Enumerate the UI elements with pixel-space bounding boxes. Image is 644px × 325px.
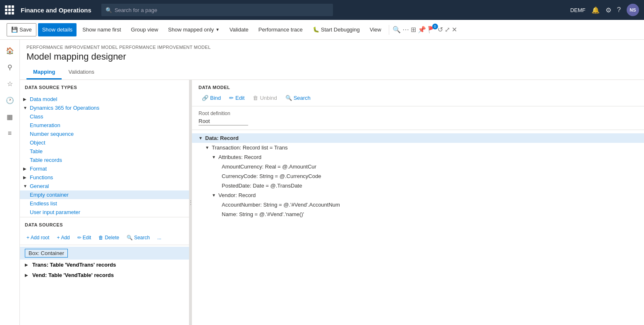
user-environment: DEMF [570, 7, 586, 13]
global-search-input[interactable] [115, 7, 329, 13]
dm-search-button[interactable]: 🔍 Search [282, 93, 314, 103]
dm-item-vendor[interactable]: ▼ Vendor: Record [192, 190, 644, 200]
data-model-toolbar: 🔗 Bind ✏ Edit 🗑 Unbind 🔍 [199, 93, 637, 103]
dm-item-currency-code[interactable]: CurrencyCode: String = @.CurrencyCode [192, 171, 644, 181]
tree-item-endless-list[interactable]: Endless list [20, 199, 189, 208]
tab-mapping[interactable]: Mapping [26, 65, 62, 79]
search-icon: 🔍 [285, 95, 292, 101]
dm-item-label: Transaction: Record list = Trans [212, 144, 287, 151]
dm-item-attributes[interactable]: ▼ Attributes: Record [192, 152, 644, 162]
toolbar-more-icon[interactable]: ⋯ [402, 26, 409, 34]
box-container-label: Box: Container [25, 249, 68, 258]
save-button[interactable]: 💾 Save [7, 23, 36, 36]
tree-item-general[interactable]: ▼ General [20, 182, 189, 190]
tree-item-label: Object [30, 140, 45, 146]
root-definition-label: Root definition [199, 111, 637, 116]
expand-icon: ▶ [25, 262, 30, 267]
tree-item-number-sequence[interactable]: Number sequence [20, 130, 189, 138]
dm-item-label: AmountCurrency: Real = @.AmountCur [222, 164, 316, 170]
show-details-button[interactable]: Show details [38, 23, 77, 36]
breadcrumb: PERFORMANCE IMPROVEMENT MODEL PERFORMANC… [26, 45, 637, 50]
unbind-button[interactable]: 🗑 Unbind [249, 93, 280, 103]
ds-item-trans[interactable]: ▶ Trans: Table 'VendTrans' records [20, 260, 189, 270]
sidebar-list-icon[interactable]: ≡ [2, 126, 17, 141]
add-root-button[interactable]: + Add root [23, 233, 53, 242]
sidebar-table-icon[interactable]: ▦ [2, 109, 17, 124]
sidebar-home-icon[interactable]: 🏠 [2, 43, 17, 58]
tree-item-class[interactable]: Class [20, 112, 189, 121]
unbind-icon: 🗑 [253, 95, 258, 101]
dm-item-name[interactable]: Name: String = @.'#Vend'.'name()' [192, 209, 644, 219]
dm-edit-button[interactable]: ✏ Edit [226, 93, 248, 103]
show-name-first-button[interactable]: Show name first [78, 23, 125, 36]
notifications-icon[interactable]: 🔔 [591, 6, 600, 14]
tree-item-label: Endless list [30, 200, 57, 207]
view-button[interactable]: View [366, 23, 385, 36]
settings-icon[interactable]: ⚙ [606, 6, 611, 14]
ds-item-box[interactable]: Box: Container [20, 247, 189, 260]
tree-item-label: Data model [30, 96, 57, 102]
toolbar-close-icon[interactable]: ✕ [452, 26, 457, 34]
tree-item-label: User input parameter [30, 209, 80, 215]
search-icon: 🔍 [127, 235, 133, 241]
toolbar-expand-icon[interactable]: ⤢ [445, 26, 450, 34]
tree-item-table[interactable]: Table [20, 147, 189, 156]
tree-item-label: Table records [30, 157, 62, 163]
tree-item-format[interactable]: ▶ Format [20, 164, 189, 173]
delete-button[interactable]: 🗑 Delete [95, 233, 122, 242]
toolbar-refresh-icon[interactable]: ↺ [438, 26, 443, 34]
app-launcher-icon[interactable] [5, 5, 14, 14]
global-search-bar[interactable]: 🔍 [101, 4, 333, 16]
edit-button[interactable]: ✏ Edit [74, 233, 95, 242]
chevron-down-icon: ▼ [215, 27, 220, 32]
tree-item-functions[interactable]: ▶ Functions [20, 173, 189, 182]
expand-icon: ▶ [25, 273, 30, 277]
toolbar-pin-icon[interactable]: 📌 [418, 26, 426, 34]
data-source-types-title: DATA SOURCE TYPES [20, 80, 189, 93]
tree-item-object[interactable]: Object [20, 138, 189, 147]
tree-item-user-input[interactable]: User input parameter [20, 208, 189, 217]
toolbar-grid-icon[interactable]: ⊞ [411, 26, 416, 34]
dm-item-amount-currency[interactable]: AmountCurrency: Real = @.AmountCur [192, 162, 644, 171]
toolbar-search-icon[interactable]: 🔍 [393, 26, 401, 34]
dm-item-label: CurrencyCode: String = @.CurrencyCode [222, 173, 321, 179]
tab-validations[interactable]: Validations [62, 65, 101, 79]
sidebar-filter-icon[interactable]: ⚲ [2, 60, 17, 75]
tree-item-data-model[interactable]: ▶ Data model [20, 95, 189, 104]
show-mapped-only-dropdown[interactable]: Show mapped only ▼ [164, 23, 223, 36]
dm-item-transaction[interactable]: ▼ Transaction: Record list = Trans [192, 143, 644, 152]
data-sources-panel: DATA SOURCES + Add root + Add ✏ Edit [20, 217, 189, 325]
user-avatar[interactable]: NS [627, 4, 639, 16]
performance-trace-button[interactable]: Performance trace [254, 23, 307, 36]
tree-item-dynamics365[interactable]: ▼ Dynamics 365 for Operations [20, 104, 189, 112]
validate-button[interactable]: Validate [225, 23, 253, 36]
toolbar-separator [389, 25, 389, 35]
tree-item-enumeration[interactable]: Enumeration [20, 121, 189, 130]
help-icon[interactable]: ? [617, 6, 621, 14]
page-header: PERFORMANCE IMPROVEMENT MODEL PERFORMANC… [20, 40, 644, 80]
add-button[interactable]: + Add [53, 233, 73, 242]
bind-icon: 🔗 [202, 95, 208, 101]
dm-item-account-number[interactable]: AccountNumber: String = @.'#Vend'.Accoun… [192, 200, 644, 209]
dm-item-posted-date[interactable]: PostedDate: Date = @.TransDate [192, 181, 644, 190]
dm-item-data-record[interactable]: ▼ Data: Record [192, 133, 644, 143]
sidebar-star-icon[interactable]: ☆ [2, 76, 17, 91]
tree-item-empty-container[interactable]: Empty container [20, 190, 189, 199]
more-button[interactable]: ... [154, 233, 165, 242]
group-view-button[interactable]: Group view [127, 23, 163, 36]
top-nav-right: DEMF 🔔 ⚙ ? NS [570, 4, 639, 16]
ds-item-vend[interactable]: ▶ Vend: Table 'VendTable' records [20, 270, 189, 280]
sidebar-clock-icon[interactable]: 🕐 [2, 93, 17, 108]
tree-item-table-records[interactable]: Table records [20, 156, 189, 164]
tree-item-label: Number sequence [30, 131, 74, 137]
dm-item-label: Data: Record [205, 135, 239, 141]
search-button[interactable]: 🔍 Search [123, 233, 153, 242]
bind-button[interactable]: 🔗 Bind [199, 93, 224, 103]
toolbar-notification-wrap: 🚩 0 [428, 26, 436, 34]
debug-icon: 🐛 [313, 26, 319, 33]
expand-icon: ▼ [23, 106, 28, 110]
show-mapped-only-button[interactable]: Show mapped only ▼ [164, 23, 223, 36]
start-debugging-button[interactable]: 🐛 Start Debugging [309, 23, 364, 36]
expand-icon: ▶ [23, 97, 28, 101]
ds-item-label: Vend: Table 'VendTable' records [32, 272, 114, 278]
